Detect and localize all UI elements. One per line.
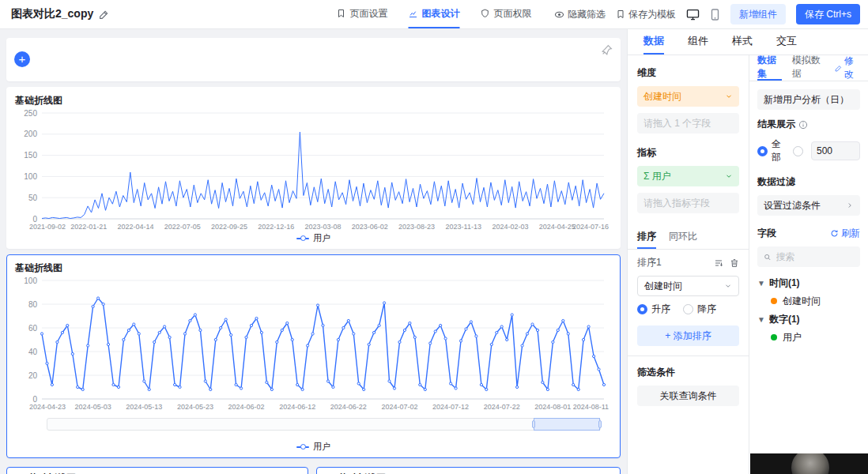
field-search-input[interactable] <box>776 251 855 262</box>
dataset-name[interactable]: 新增用户分析（日） <box>757 89 860 110</box>
tab-sort[interactable]: 排序 <box>637 226 656 249</box>
sort-tabs: 排序 同环比 <box>628 226 749 250</box>
svg-text:2024-07-12: 2024-07-12 <box>432 403 469 411</box>
legend-line-marker <box>296 446 309 448</box>
edit-dataset-button[interactable]: 修改 <box>835 55 860 81</box>
divider <box>628 356 749 356</box>
svg-text:2024-06-22: 2024-06-22 <box>330 403 367 411</box>
pin-icon[interactable] <box>602 44 613 55</box>
mobile-preview-icon[interactable] <box>710 9 720 21</box>
filter-bar-card[interactable]: + <box>6 38 621 81</box>
tab-mock-data[interactable]: 模拟数据 <box>792 55 825 81</box>
svg-text:0: 0 <box>32 215 37 224</box>
desktop-preview-icon[interactable] <box>686 9 700 21</box>
sort-desc-radio[interactable]: 降序 <box>683 303 716 316</box>
right-panel: 数据 组件 样式 交互 维度 创建时间 请拖入 1 个字段 指标 Σ 用户 <box>627 29 868 474</box>
nav-page-permission[interactable]: 页面权限 <box>481 0 532 28</box>
dataset-column: 数据集 模拟数据 修改 新增用户分析（日） 结果展示 <box>749 55 868 474</box>
line-chart-plot-1: 0501001502002502021-09-022022-01-212022-… <box>12 108 615 231</box>
trash-icon[interactable] <box>730 258 739 268</box>
result-display-options: 全部 <box>757 137 860 164</box>
nav-page-settings[interactable]: 页面设置 <box>337 0 388 28</box>
svg-text:250: 250 <box>24 109 37 118</box>
datazoom-window[interactable] <box>534 418 600 431</box>
chevron-down-icon <box>724 282 732 290</box>
svg-text:2024-08-01: 2024-08-01 <box>534 403 571 411</box>
hide-filter-button[interactable]: 隐藏筛选 <box>554 8 606 21</box>
dataset-tabs: 数据集 模拟数据 修改 <box>749 55 868 81</box>
svg-text:2024-02-03: 2024-02-03 <box>492 223 528 231</box>
legend-line-marker <box>296 238 309 239</box>
eye-icon <box>554 9 564 20</box>
chart-card-partial-1[interactable]: 基础折线图 <box>6 467 308 474</box>
tab-data[interactable]: 数据 <box>643 29 664 55</box>
metric-drop-zone[interactable]: 请拖入指标字段 <box>637 193 739 213</box>
chart-card-partial-2[interactable]: 基础折线图 <box>316 467 621 474</box>
svg-text:2022-09-25: 2022-09-25 <box>211 223 247 231</box>
tab-period-compare[interactable]: 同环比 <box>669 226 697 249</box>
save-button[interactable]: 保存 Ctrl+s <box>796 4 860 24</box>
caret-down-icon: ▼ <box>757 279 765 288</box>
datazoom-right-handle[interactable] <box>598 420 602 428</box>
refresh-fields-button[interactable]: 刷新 <box>830 227 860 240</box>
add-component-button[interactable]: 新增组件 <box>730 4 786 24</box>
field-item-user[interactable]: 用户 <box>757 329 860 346</box>
result-limit-input[interactable] <box>811 141 860 160</box>
chart-card-line-1[interactable]: 基础折线图 0501001502002502021-09-022022-01-2… <box>6 87 621 249</box>
chart-legend[interactable]: 用户 <box>7 441 620 453</box>
chart-title: 基础折线图 <box>15 261 62 275</box>
field-group-time[interactable]: ▼ 时间(1) <box>757 273 860 292</box>
field-type-dot <box>771 334 777 340</box>
add-filter-button[interactable]: + <box>14 51 30 67</box>
field-group-number[interactable]: ▼ 数字(1) <box>757 310 860 329</box>
metric-field-pill[interactable]: Σ 用户 <box>637 166 739 186</box>
svg-text:2021-09-02: 2021-09-02 <box>29 223 66 231</box>
field-search[interactable] <box>757 246 860 267</box>
svg-text:100: 100 <box>24 172 37 181</box>
svg-text:80: 80 <box>28 300 38 309</box>
dimension-field-pill[interactable]: 创建时间 <box>637 86 739 107</box>
link-query-condition-button[interactable]: 关联查询条件 <box>637 386 739 406</box>
svg-text:60: 60 <box>28 324 38 333</box>
dashboard-canvas[interactable]: + 基础折线图 0501001502002502021-09-022022-01… <box>0 29 627 474</box>
tab-interaction[interactable]: 交互 <box>776 29 797 55</box>
datazoom-left-handle[interactable] <box>532 420 535 428</box>
svg-text:2024-05-13: 2024-05-13 <box>126 403 162 411</box>
nav-chart-design[interactable]: 图表设计 <box>409 0 460 28</box>
config-tabs: 数据 组件 样式 交互 <box>628 29 868 55</box>
result-limit-radio[interactable] <box>793 146 803 156</box>
chart-card-line-2-selected[interactable]: 基础折线图 0204060801002024-04-232024-05-0320… <box>6 254 621 458</box>
chevron-down-icon <box>725 172 733 180</box>
svg-text:40: 40 <box>28 348 38 356</box>
svg-text:2024-04-25: 2024-04-25 <box>539 223 576 231</box>
tab-dataset[interactable]: 数据集 <box>757 55 782 81</box>
info-icon <box>798 120 808 130</box>
add-sort-button[interactable]: + 添加排序 <box>637 325 739 346</box>
set-filter-condition-button[interactable]: 设置过滤条件 <box>757 195 860 216</box>
datazoom-track[interactable] <box>47 418 601 431</box>
chart-legend[interactable]: 用户 <box>7 232 620 244</box>
tab-component[interactable]: 组件 <box>688 29 708 55</box>
edit-title-icon[interactable] <box>99 9 109 20</box>
sort-order-icon[interactable] <box>714 258 723 268</box>
svg-text:2023-11-13: 2023-11-13 <box>446 223 481 231</box>
svg-text:2022-12-16: 2022-12-16 <box>258 223 294 231</box>
top-nav: 页面设置 图表设计 页面权限 <box>337 0 532 28</box>
sort-item-row: 排序1 <box>637 256 739 269</box>
bookmark-icon <box>616 9 625 19</box>
svg-text:2022-07-05: 2022-07-05 <box>164 223 201 231</box>
save-as-template-button[interactable]: 保存为模板 <box>616 8 676 21</box>
radio-dot <box>637 304 647 314</box>
sort-asc-radio[interactable]: 升序 <box>637 303 670 316</box>
top-bar: 图表对比2_copy 页面设置 图表设计 页面权限 <box>0 0 868 29</box>
svg-text:2023-06-02: 2023-06-02 <box>352 223 388 231</box>
page-title: 图表对比2_copy <box>11 7 93 21</box>
result-all-radio[interactable]: 全部 <box>757 137 785 164</box>
svg-text:2024-05-23: 2024-05-23 <box>177 403 213 411</box>
dimension-drop-zone[interactable]: 请拖入 1 个字段 <box>637 113 739 134</box>
radio-dot <box>683 304 693 314</box>
field-item-create-time[interactable]: 创建时间 <box>757 292 860 310</box>
caret-down-icon: ▼ <box>757 315 765 324</box>
sort-field-select[interactable]: 创建时间 <box>637 276 739 296</box>
tab-style[interactable]: 样式 <box>732 29 753 55</box>
